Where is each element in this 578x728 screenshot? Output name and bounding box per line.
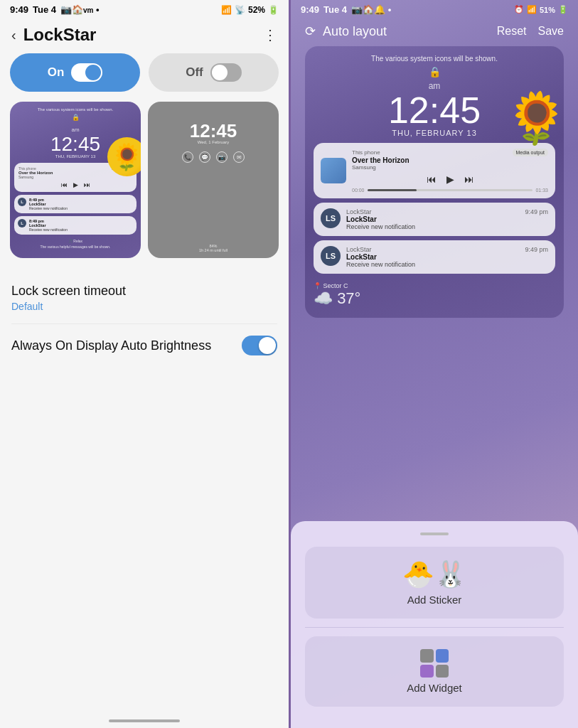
aod-toggle-knob: [259, 337, 276, 354]
cam-icon: 📷: [216, 151, 228, 163]
reset-button[interactable]: Reset: [497, 25, 527, 38]
music-controls: ⏮ ▶ ⏭: [18, 181, 132, 188]
bs-items: 🐣🐰 Add Sticker Add Widget: [305, 547, 564, 707]
ls-lock-icon: 🔒: [314, 66, 555, 77]
ls-notif2-body: Receive new notification: [346, 261, 548, 268]
right-panel: 9:49 Tue 4 📷🏠🔔 • ⏰ 📶 51% 🔋 ⟳ Auto layout…: [289, 0, 578, 728]
bottom-sheet: 🐣🐰 Add Sticker Add Widget: [291, 521, 578, 728]
off-date: Wed, 1 February: [152, 140, 274, 144]
right-status-right: ⏰ 📶 51% 🔋: [514, 5, 568, 14]
battery-text: 52%: [248, 5, 265, 15]
toggle-row: On Off: [0, 53, 289, 102]
off-preview-inner: 12:45 Wed, 1 February 📞 💬 📷 ✉ 84% 1h 24 …: [148, 102, 279, 258]
left-header: ‹ LockStar ⋮: [0, 18, 289, 53]
ls-media-output[interactable]: Media output: [513, 149, 548, 156]
ls-notif1-header: LockStar 9:49 pm: [346, 208, 548, 215]
on-relax: 🎵 Relax: [14, 239, 137, 243]
add-sticker-button[interactable]: 🐣🐰 Add Sticker: [305, 547, 564, 619]
add-sticker-label: Add Sticker: [407, 594, 462, 606]
ls-progress: 00:00 01:33: [352, 188, 548, 193]
more-button[interactable]: ⋮: [263, 26, 277, 43]
ls-progress-bar[interactable]: [368, 189, 533, 191]
left-panel: 9:49 Tue 4 📷🏠vm • 📶 📡 52% 🔋 ‹ LockStar ⋮…: [0, 0, 289, 728]
settings-section: Lock screen timeout Default Always On Di…: [0, 258, 289, 367]
aod-setting[interactable]: Always On Display Auto Brightness: [11, 324, 277, 367]
right-day: Tue 4: [323, 4, 347, 15]
timeout-setting[interactable]: Lock screen timeout Default: [11, 272, 277, 324]
right-header: ⟳ Auto layout Reset Save: [291, 18, 578, 46]
ls-notif2-title: LockStar: [346, 253, 548, 261]
ls-notif2-app: LockStar: [346, 246, 372, 253]
on-label: On: [48, 65, 65, 80]
right-header-left: ⟳ Auto layout: [305, 23, 387, 39]
ls-notif1-title: LockStar: [346, 215, 548, 223]
off-time: 12:45: [152, 122, 274, 140]
off-toggle-button[interactable]: Off: [149, 53, 279, 92]
ls-notif1-content: LockStar 9:49 pm LockStar Receive new no…: [346, 208, 548, 230]
auto-layout-title: Auto layout: [323, 24, 387, 39]
ls-notif2-icon: LS: [321, 246, 341, 266]
on-preview-msg: The various system icons will be shown.: [14, 107, 137, 112]
ls-play-icon[interactable]: ▶: [446, 173, 454, 185]
ls-notif-1: LS LockStar 9:49 pm LockStar Receive new…: [314, 203, 555, 236]
ls-music-card: This phone Media output Over the Horizon…: [314, 143, 555, 198]
ls-weather: 📍 Sector C ☁️ 37°: [314, 278, 555, 309]
aod-toggle[interactable]: [242, 336, 277, 355]
ls-notif1-body: Receive new notification: [346, 223, 548, 230]
notif1-text: 8:49 pm LockStar Receive new notificatio…: [29, 198, 68, 210]
left-status-right: 📶 📡 52% 🔋: [221, 5, 279, 15]
page-title: LockStar: [23, 25, 97, 45]
save-button[interactable]: Save: [538, 25, 564, 38]
ls-music-title: Over the Horizon: [352, 156, 548, 164]
phone-icon: 📞: [182, 151, 193, 163]
ls-weather-icon: ☁️: [314, 289, 333, 307]
home-indicator: [109, 719, 180, 722]
off-preview[interactable]: 12:45 Wed, 1 February 📞 💬 📷 ✉ 84% 1h 24 …: [148, 102, 279, 258]
ls-weather-degrees: 37°: [337, 289, 360, 307]
right-battery-text: 51%: [540, 6, 555, 14]
ls-sunflower: 🌻: [505, 89, 564, 147]
ls-prev-icon[interactable]: ⏮: [427, 173, 437, 185]
ls-next-icon[interactable]: ⏭: [464, 173, 474, 185]
ls-music-artist: Samsung: [352, 164, 548, 171]
on-am: am: [71, 127, 79, 133]
left-status-icons: 📷🏠vm •: [60, 4, 100, 15]
right-header-actions: Reset Save: [497, 25, 564, 38]
ls-progress-start: 00:00: [352, 188, 365, 193]
back-button[interactable]: ‹: [11, 27, 16, 43]
off-battery-time: 1h 24 m until full: [148, 248, 279, 252]
on-preview-lock: 🔒: [14, 114, 137, 121]
right-lock-preview[interactable]: The various system icons will be shown. …: [305, 46, 564, 318]
widget-sq-3: [420, 665, 434, 678]
signal-icon: 📶: [221, 5, 232, 15]
off-switch: [210, 63, 242, 82]
on-toggle-button[interactable]: On: [10, 53, 140, 92]
header-left: ‹ LockStar: [11, 25, 96, 45]
widget-sq-1: [420, 649, 434, 663]
play-icon: ▶: [73, 181, 78, 188]
aod-label: Always On Display Auto Brightness: [11, 338, 242, 353]
notif2-body: Receive new notification: [29, 228, 68, 232]
ls-music-thumb: [321, 158, 346, 183]
right-status-icons: 📷🏠🔔 •: [351, 4, 391, 15]
ls-weather-temp: ☁️ 37°: [314, 289, 555, 308]
on-sunflower: 🌻: [107, 137, 141, 176]
bs-divider: [305, 627, 564, 628]
widget-sq-2: [436, 649, 449, 663]
on-knob: [85, 65, 101, 80]
ls-progress-fill: [368, 189, 417, 191]
widget-icon: [420, 649, 449, 678]
ls-music-source: This phone: [352, 149, 380, 156]
notif1-body: Receive new notification: [29, 206, 68, 210]
add-widget-button[interactable]: Add Widget: [305, 636, 564, 707]
ls-weather-loc: 📍 Sector C: [314, 282, 555, 289]
auto-layout-icon: ⟳: [305, 23, 316, 39]
off-knob: [212, 65, 228, 80]
notif1-icon: L: [18, 198, 26, 206]
wifi-icon: 📡: [235, 5, 245, 15]
on-preview[interactable]: The various system icons will be shown. …: [10, 102, 141, 258]
ls-notif2-time: 9:49 pm: [525, 246, 548, 253]
ls-notif1-icon: LS: [321, 208, 341, 228]
right-alarm-icon: ⏰: [514, 5, 524, 14]
mail-icon: ✉: [233, 151, 245, 163]
